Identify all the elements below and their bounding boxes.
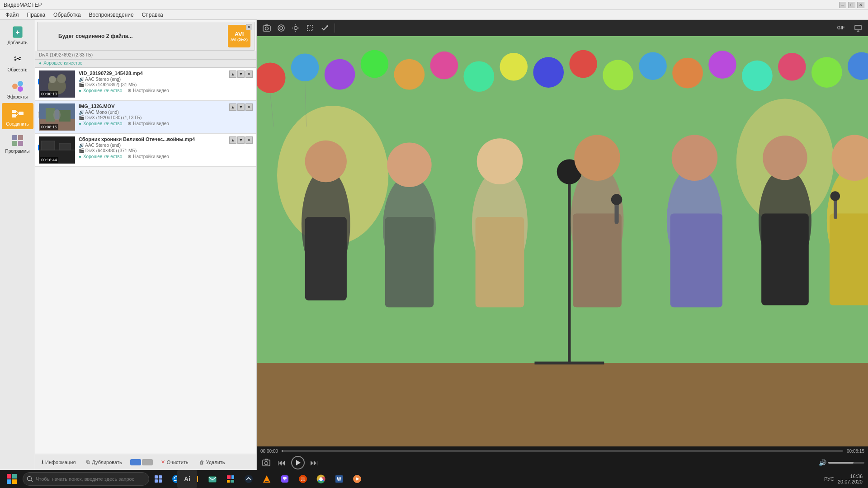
- file-3-settings[interactable]: ⚙ Настройки видео: [127, 154, 169, 159]
- view-toggle-list[interactable]: [130, 459, 141, 465]
- format-badge-label: AVI: [235, 31, 244, 38]
- volume-slider[interactable]: [828, 462, 864, 464]
- file-2-down-button[interactable]: ▼: [237, 103, 245, 111]
- clear-button[interactable]: ✕ Очистить: [158, 458, 191, 466]
- taskbar-store-icon[interactable]: [222, 471, 239, 487]
- next-button[interactable]: ⏭: [308, 457, 320, 469]
- file-1-up-button[interactable]: ▲: [229, 70, 236, 78]
- taskbar-search[interactable]: [23, 472, 149, 486]
- taskbar-mail-icon[interactable]: [204, 471, 221, 487]
- sidebar-item-add[interactable]: + Добавить: [2, 22, 33, 48]
- svg-rect-119: [231, 475, 234, 479]
- view-toggle-grid[interactable]: [142, 459, 153, 465]
- file-3-video: 🎬 DivX (640×480) (371 МБ): [79, 148, 253, 153]
- file-2-thumbnail: 00:08:15: [39, 103, 75, 131]
- sidebar-item-trim[interactable]: ✂ Обрезать: [2, 49, 33, 75]
- file-3-name: Сборник хроники Великой Отечес...войны.m…: [79, 136, 253, 142]
- menu-file[interactable]: Файл: [2, 11, 23, 19]
- svg-rect-117: [209, 477, 216, 482]
- svg-rect-118: [227, 475, 231, 479]
- search-input[interactable]: [36, 476, 135, 482]
- svg-point-122: [245, 475, 253, 483]
- player-toolbar: GIF: [257, 20, 868, 36]
- svg-point-16: [57, 74, 66, 83]
- combined-title: Будет соединено 2 файла...: [58, 33, 133, 39]
- svg-rect-35: [307, 25, 313, 31]
- file-1-settings[interactable]: ⚙ Настройки видео: [127, 88, 169, 93]
- svg-point-51: [430, 52, 458, 80]
- svg-point-96: [265, 462, 268, 465]
- svg-rect-106: [7, 479, 11, 484]
- snapshot-tool-button[interactable]: [275, 22, 288, 34]
- taskbar-videomaster-icon[interactable]: [349, 471, 365, 487]
- sidebar-effects-label: Эффекты: [7, 94, 28, 99]
- file-3-down-button[interactable]: ▼: [237, 136, 245, 144]
- info-button[interactable]: ℹ Информация: [39, 458, 78, 466]
- file-1-remove-button[interactable]: ✕: [245, 70, 253, 78]
- taskbar-viber-icon[interactable]: [277, 471, 293, 487]
- combined-quality: Хорошее качество: [43, 61, 82, 66]
- app-title: ВидеоМАСТЕР: [4, 2, 42, 8]
- svg-point-49: [361, 50, 389, 78]
- menu-process[interactable]: Обработка: [50, 11, 85, 19]
- screen-button[interactable]: [852, 22, 864, 34]
- file-2-up-button[interactable]: ▲: [229, 103, 236, 111]
- file-2-audio: 🔊 AAC Mono (und): [79, 110, 253, 115]
- sidebar-item-effects[interactable]: Эффекты: [2, 76, 33, 102]
- svg-point-15: [49, 76, 56, 83]
- svg-rect-87: [761, 213, 809, 305]
- maximize-button[interactable]: □: [848, 2, 855, 8]
- file-3-remove-button[interactable]: ✕: [245, 136, 253, 144]
- file-list-panel: Будет соединено 2 файла... AVI AVI (DivX…: [35, 20, 257, 470]
- svg-rect-72: [305, 217, 347, 300]
- screenshot-button[interactable]: [260, 457, 272, 469]
- svg-rect-37: [855, 25, 861, 30]
- file-1-down-button[interactable]: ▼: [237, 70, 245, 78]
- svg-text:+: +: [15, 28, 19, 36]
- effects-icon: [10, 79, 25, 94]
- menu-edit[interactable]: Правка: [24, 11, 49, 19]
- svg-rect-111: [159, 475, 162, 479]
- taskbar-word-icon[interactable]: W: [331, 471, 347, 487]
- close-button[interactable]: ✕: [857, 2, 864, 8]
- svg-rect-6: [12, 110, 16, 113]
- minimize-button[interactable]: ─: [839, 2, 846, 8]
- clock-time: 16:36: [838, 474, 863, 479]
- taskbar-chrome-icon[interactable]: [313, 471, 329, 487]
- file-2-settings[interactable]: ⚙ Настройки видео: [127, 121, 169, 126]
- delete-button[interactable]: 🗑 Удалить: [197, 458, 228, 466]
- brightness-tool-button[interactable]: [289, 22, 302, 34]
- file-3-up-button[interactable]: ▲: [229, 136, 236, 144]
- taskbar-steam-icon[interactable]: [241, 471, 257, 487]
- timeline-bar[interactable]: [282, 450, 843, 452]
- taskbar-opera-icon[interactable]: [295, 471, 311, 487]
- gif-button[interactable]: GIF: [832, 22, 850, 34]
- svg-point-52: [463, 61, 494, 92]
- file-2-remove-button[interactable]: ✕: [245, 103, 253, 111]
- player-area: GIF: [257, 20, 868, 470]
- player-toolbar-right: GIF: [832, 22, 864, 34]
- stabilize-tool-button[interactable]: [318, 22, 331, 34]
- play-button[interactable]: [291, 456, 305, 469]
- taskbar-task-view[interactable]: [150, 471, 166, 487]
- crop-tool-button[interactable]: [304, 22, 316, 34]
- menu-playback[interactable]: Воспроизведение: [85, 11, 137, 19]
- camera-tool-button[interactable]: [260, 22, 273, 34]
- sidebar-item-merge[interactable]: Соединить: [2, 103, 33, 129]
- taskbar-ai-icon[interactable]: Ai: [177, 470, 197, 488]
- svg-rect-121: [231, 480, 234, 483]
- taskbar-vlc-icon[interactable]: [259, 471, 275, 487]
- duplicate-button[interactable]: ⧉ Дублировать: [84, 458, 124, 466]
- sidebar-item-programs[interactable]: Программы: [2, 130, 33, 156]
- menu-help[interactable]: Справка: [138, 11, 167, 19]
- svg-rect-25: [59, 143, 71, 150]
- info-icon: ℹ: [42, 459, 43, 465]
- prev-button[interactable]: ⏮: [276, 457, 288, 469]
- format-badge-sub: AVI (DivX): [231, 38, 248, 42]
- window-controls: ─ □ ✕: [839, 2, 864, 8]
- svg-rect-93: [834, 200, 837, 219]
- combined-close-button[interactable]: ✕: [246, 24, 252, 30]
- start-button[interactable]: [2, 471, 22, 487]
- svg-point-36: [326, 25, 328, 27]
- svg-rect-84: [670, 213, 722, 307]
